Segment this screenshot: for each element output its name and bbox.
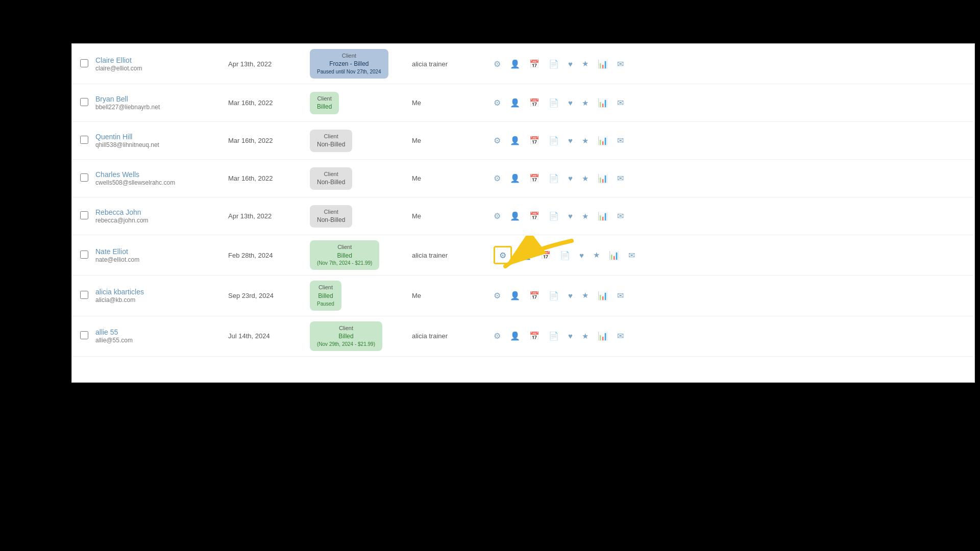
client-date: Apr 13th, 2022 bbox=[228, 212, 310, 220]
row-checkbox[interactable] bbox=[80, 173, 88, 182]
status-badge: ClientNon-Billed bbox=[310, 205, 352, 228]
star-icon[interactable]: ★ bbox=[582, 291, 589, 300]
user-icon[interactable]: 👤 bbox=[510, 136, 520, 145]
client-email: qhill538@lihnitneuq.net bbox=[95, 141, 159, 148]
trainer-name: Me bbox=[412, 99, 494, 107]
chart-icon[interactable]: 📊 bbox=[598, 136, 608, 145]
mail-icon[interactable]: ✉ bbox=[617, 331, 624, 341]
star-icon[interactable]: ★ bbox=[582, 212, 589, 221]
trainer-name: alicia trainer bbox=[412, 252, 494, 259]
heart-icon[interactable]: ♥ bbox=[568, 332, 573, 340]
row-checkbox[interactable] bbox=[80, 59, 88, 67]
chart-icon[interactable]: 📊 bbox=[609, 251, 619, 260]
client-date: Jul 14th, 2024 bbox=[228, 332, 310, 340]
client-name[interactable]: Claire Elliot bbox=[95, 56, 228, 64]
trainer-name: alicia trainer bbox=[412, 60, 494, 68]
client-name[interactable]: Charles Wells bbox=[95, 170, 228, 179]
client-name[interactable]: Bryan Bell bbox=[95, 95, 228, 103]
gear-icon[interactable]: ⚙ bbox=[494, 291, 501, 300]
star-icon[interactable]: ★ bbox=[582, 332, 589, 341]
user-icon[interactable]: 👤 bbox=[521, 251, 531, 260]
mail-icon[interactable]: ✉ bbox=[617, 136, 624, 145]
client-name[interactable]: Rebecca John bbox=[95, 208, 228, 216]
user-icon[interactable]: 👤 bbox=[510, 98, 520, 108]
heart-icon[interactable]: ♥ bbox=[568, 212, 573, 220]
heart-icon[interactable]: ♥ bbox=[568, 136, 573, 145]
star-icon[interactable]: ★ bbox=[593, 251, 600, 260]
status-badge: ClientBilledPaused bbox=[310, 281, 341, 310]
document-icon[interactable]: 📄 bbox=[560, 251, 570, 260]
client-date: Mar 16th, 2022 bbox=[228, 174, 310, 182]
row-checkbox[interactable] bbox=[80, 331, 88, 339]
gear-icon[interactable]: ⚙ bbox=[494, 246, 512, 264]
gear-icon[interactable]: ⚙ bbox=[494, 211, 501, 221]
calendar-icon[interactable]: 📅 bbox=[529, 331, 540, 341]
user-icon[interactable]: 👤 bbox=[510, 211, 520, 221]
row-quentin-hill: Quentin Hill qhill538@lihnitneuq.net Mar… bbox=[72, 122, 974, 160]
user-icon[interactable]: 👤 bbox=[510, 59, 520, 69]
star-icon[interactable]: ★ bbox=[582, 174, 589, 183]
chart-icon[interactable]: 📊 bbox=[598, 173, 608, 183]
document-icon[interactable]: 📄 bbox=[549, 98, 559, 108]
client-name[interactable]: Quentin Hill bbox=[95, 133, 228, 141]
heart-icon[interactable]: ♥ bbox=[568, 291, 573, 300]
client-name[interactable]: Nate Elliot bbox=[95, 247, 228, 256]
heart-icon[interactable]: ♥ bbox=[579, 251, 584, 260]
status-badge: ClientBilled bbox=[310, 92, 339, 114]
trainer-name: Me bbox=[412, 292, 494, 299]
gear-icon[interactable]: ⚙ bbox=[494, 173, 501, 183]
document-icon[interactable]: 📄 bbox=[549, 59, 559, 69]
document-icon[interactable]: 📄 bbox=[549, 173, 559, 183]
star-icon[interactable]: ★ bbox=[582, 98, 589, 108]
heart-icon[interactable]: ♥ bbox=[568, 60, 573, 68]
gear-icon[interactable]: ⚙ bbox=[494, 98, 501, 108]
client-date: Apr 13th, 2022 bbox=[228, 60, 310, 68]
chart-icon[interactable]: 📊 bbox=[598, 211, 608, 221]
client-name[interactable]: allie 55 bbox=[95, 328, 228, 336]
calendar-icon[interactable]: 📅 bbox=[529, 211, 540, 221]
row-checkbox[interactable] bbox=[80, 291, 88, 299]
document-icon[interactable]: 📄 bbox=[549, 291, 559, 300]
chart-icon[interactable]: 📊 bbox=[598, 98, 608, 108]
user-icon[interactable]: 👤 bbox=[510, 173, 520, 183]
gear-icon[interactable]: ⚙ bbox=[494, 136, 501, 145]
calendar-icon[interactable]: 📅 bbox=[541, 251, 551, 260]
row-checkbox[interactable] bbox=[80, 136, 88, 144]
mail-icon[interactable]: ✉ bbox=[617, 59, 624, 69]
mail-icon[interactable]: ✉ bbox=[628, 251, 635, 260]
user-icon[interactable]: 👤 bbox=[510, 291, 520, 300]
gear-icon[interactable]: ⚙ bbox=[494, 331, 501, 341]
chart-icon[interactable]: 📊 bbox=[598, 331, 608, 341]
star-icon[interactable]: ★ bbox=[582, 59, 589, 68]
row-checkbox[interactable] bbox=[80, 211, 88, 219]
gear-icon[interactable]: ⚙ bbox=[494, 59, 501, 69]
document-icon[interactable]: 📄 bbox=[549, 136, 559, 145]
heart-icon[interactable]: ♥ bbox=[568, 98, 573, 107]
calendar-icon[interactable]: 📅 bbox=[529, 291, 540, 300]
mail-icon[interactable]: ✉ bbox=[617, 98, 624, 108]
calendar-icon[interactable]: 📅 bbox=[529, 98, 540, 108]
trainer-name: alicia trainer bbox=[412, 332, 494, 340]
star-icon[interactable]: ★ bbox=[582, 136, 589, 145]
document-icon[interactable]: 📄 bbox=[549, 331, 559, 341]
heart-icon[interactable]: ♥ bbox=[568, 174, 573, 183]
user-icon[interactable]: 👤 bbox=[510, 331, 520, 341]
row-checkbox[interactable] bbox=[80, 98, 88, 106]
row-charles-wells: Charles Wells cwells508@sllewselrahc.com… bbox=[72, 160, 974, 197]
client-email: allie@55.com bbox=[95, 337, 133, 344]
row-checkbox[interactable] bbox=[80, 251, 88, 259]
mail-icon[interactable]: ✉ bbox=[617, 291, 624, 300]
chart-icon[interactable]: 📊 bbox=[598, 59, 608, 69]
chart-icon[interactable]: 📊 bbox=[598, 291, 608, 300]
mail-icon[interactable]: ✉ bbox=[617, 173, 624, 183]
calendar-icon[interactable]: 📅 bbox=[529, 136, 540, 145]
calendar-icon[interactable]: 📅 bbox=[529, 173, 540, 183]
mail-icon[interactable]: ✉ bbox=[617, 211, 624, 221]
document-icon[interactable]: 📄 bbox=[549, 211, 559, 221]
client-name[interactable]: alicia kbarticles bbox=[95, 288, 228, 296]
client-email: bbell227@liebnayrb.net bbox=[95, 104, 160, 111]
status-badge: ClientNon-Billed bbox=[310, 130, 352, 152]
client-date: Mar 16th, 2022 bbox=[228, 137, 310, 144]
calendar-icon[interactable]: 📅 bbox=[529, 59, 540, 69]
status-badge: ClientBilled(Nov 29th, 2024 - $21.99) bbox=[310, 321, 382, 351]
